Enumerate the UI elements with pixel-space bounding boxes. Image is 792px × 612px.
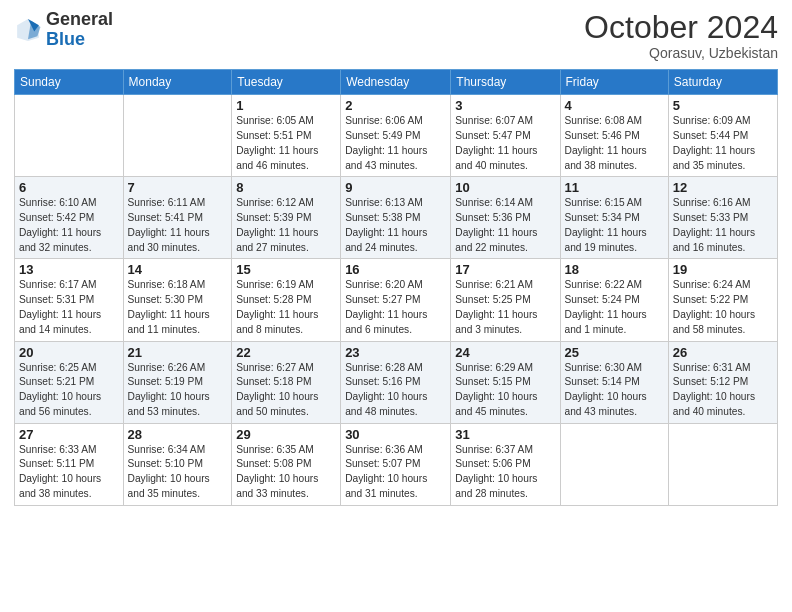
calendar-day-cell: 20Sunrise: 6:25 AMSunset: 5:21 PMDayligh… — [15, 341, 124, 423]
day-number: 6 — [19, 180, 119, 195]
calendar-week-row: 13Sunrise: 6:17 AMSunset: 5:31 PMDayligh… — [15, 259, 778, 341]
day-info: Sunrise: 6:21 AMSunset: 5:25 PMDaylight:… — [455, 278, 555, 337]
day-number: 18 — [565, 262, 664, 277]
day-info: Sunrise: 6:11 AMSunset: 5:41 PMDaylight:… — [128, 196, 228, 255]
day-number: 1 — [236, 98, 336, 113]
calendar-day-cell: 15Sunrise: 6:19 AMSunset: 5:28 PMDayligh… — [232, 259, 341, 341]
calendar-day-cell: 1Sunrise: 6:05 AMSunset: 5:51 PMDaylight… — [232, 95, 341, 177]
calendar-day-cell: 17Sunrise: 6:21 AMSunset: 5:25 PMDayligh… — [451, 259, 560, 341]
day-number: 13 — [19, 262, 119, 277]
day-number: 22 — [236, 345, 336, 360]
day-number: 10 — [455, 180, 555, 195]
day-number: 19 — [673, 262, 773, 277]
calendar-day-cell: 3Sunrise: 6:07 AMSunset: 5:47 PMDaylight… — [451, 95, 560, 177]
day-number: 27 — [19, 427, 119, 442]
calendar-day-cell: 6Sunrise: 6:10 AMSunset: 5:42 PMDaylight… — [15, 177, 124, 259]
calendar-day-cell: 19Sunrise: 6:24 AMSunset: 5:22 PMDayligh… — [668, 259, 777, 341]
day-number: 17 — [455, 262, 555, 277]
calendar-day-cell: 30Sunrise: 6:36 AMSunset: 5:07 PMDayligh… — [341, 423, 451, 505]
day-info: Sunrise: 6:10 AMSunset: 5:42 PMDaylight:… — [19, 196, 119, 255]
calendar-day-cell — [668, 423, 777, 505]
calendar-day-cell: 13Sunrise: 6:17 AMSunset: 5:31 PMDayligh… — [15, 259, 124, 341]
day-info: Sunrise: 6:19 AMSunset: 5:28 PMDaylight:… — [236, 278, 336, 337]
calendar-day-cell: 28Sunrise: 6:34 AMSunset: 5:10 PMDayligh… — [123, 423, 232, 505]
calendar-day-cell: 8Sunrise: 6:12 AMSunset: 5:39 PMDaylight… — [232, 177, 341, 259]
calendar-day-cell: 26Sunrise: 6:31 AMSunset: 5:12 PMDayligh… — [668, 341, 777, 423]
calendar-day-cell: 21Sunrise: 6:26 AMSunset: 5:19 PMDayligh… — [123, 341, 232, 423]
day-number: 12 — [673, 180, 773, 195]
day-info: Sunrise: 6:29 AMSunset: 5:15 PMDaylight:… — [455, 361, 555, 420]
title-block: October 2024 Qorasuv, Uzbekistan — [584, 10, 778, 61]
day-number: 16 — [345, 262, 446, 277]
calendar-day-cell: 29Sunrise: 6:35 AMSunset: 5:08 PMDayligh… — [232, 423, 341, 505]
calendar-day-cell: 31Sunrise: 6:37 AMSunset: 5:06 PMDayligh… — [451, 423, 560, 505]
day-info: Sunrise: 6:22 AMSunset: 5:24 PMDaylight:… — [565, 278, 664, 337]
calendar-week-row: 1Sunrise: 6:05 AMSunset: 5:51 PMDaylight… — [15, 95, 778, 177]
weekday-header-sunday: Sunday — [15, 70, 124, 95]
day-number: 9 — [345, 180, 446, 195]
day-number: 3 — [455, 98, 555, 113]
day-info: Sunrise: 6:14 AMSunset: 5:36 PMDaylight:… — [455, 196, 555, 255]
day-number: 14 — [128, 262, 228, 277]
calendar-day-cell — [15, 95, 124, 177]
weekday-header-row: SundayMondayTuesdayWednesdayThursdayFrid… — [15, 70, 778, 95]
day-number: 4 — [565, 98, 664, 113]
weekday-header-thursday: Thursday — [451, 70, 560, 95]
day-info: Sunrise: 6:24 AMSunset: 5:22 PMDaylight:… — [673, 278, 773, 337]
calendar-day-cell: 24Sunrise: 6:29 AMSunset: 5:15 PMDayligh… — [451, 341, 560, 423]
day-info: Sunrise: 6:35 AMSunset: 5:08 PMDaylight:… — [236, 443, 336, 502]
day-info: Sunrise: 6:08 AMSunset: 5:46 PMDaylight:… — [565, 114, 664, 173]
calendar-table: SundayMondayTuesdayWednesdayThursdayFrid… — [14, 69, 778, 506]
day-number: 28 — [128, 427, 228, 442]
calendar-day-cell: 11Sunrise: 6:15 AMSunset: 5:34 PMDayligh… — [560, 177, 668, 259]
day-info: Sunrise: 6:31 AMSunset: 5:12 PMDaylight:… — [673, 361, 773, 420]
logo-text: General Blue — [46, 10, 113, 50]
day-number: 7 — [128, 180, 228, 195]
calendar-day-cell: 23Sunrise: 6:28 AMSunset: 5:16 PMDayligh… — [341, 341, 451, 423]
calendar-day-cell: 10Sunrise: 6:14 AMSunset: 5:36 PMDayligh… — [451, 177, 560, 259]
weekday-header-saturday: Saturday — [668, 70, 777, 95]
day-number: 11 — [565, 180, 664, 195]
day-number: 26 — [673, 345, 773, 360]
calendar-day-cell — [123, 95, 232, 177]
header: General Blue October 2024 Qorasuv, Uzbek… — [14, 10, 778, 61]
day-info: Sunrise: 6:17 AMSunset: 5:31 PMDaylight:… — [19, 278, 119, 337]
logo-blue: Blue — [46, 29, 85, 49]
day-number: 21 — [128, 345, 228, 360]
day-number: 5 — [673, 98, 773, 113]
day-info: Sunrise: 6:06 AMSunset: 5:49 PMDaylight:… — [345, 114, 446, 173]
day-info: Sunrise: 6:18 AMSunset: 5:30 PMDaylight:… — [128, 278, 228, 337]
calendar-day-cell: 4Sunrise: 6:08 AMSunset: 5:46 PMDaylight… — [560, 95, 668, 177]
day-info: Sunrise: 6:15 AMSunset: 5:34 PMDaylight:… — [565, 196, 664, 255]
calendar-day-cell: 9Sunrise: 6:13 AMSunset: 5:38 PMDaylight… — [341, 177, 451, 259]
day-info: Sunrise: 6:13 AMSunset: 5:38 PMDaylight:… — [345, 196, 446, 255]
day-number: 15 — [236, 262, 336, 277]
calendar-week-row: 20Sunrise: 6:25 AMSunset: 5:21 PMDayligh… — [15, 341, 778, 423]
day-info: Sunrise: 6:09 AMSunset: 5:44 PMDaylight:… — [673, 114, 773, 173]
day-info: Sunrise: 6:30 AMSunset: 5:14 PMDaylight:… — [565, 361, 664, 420]
day-number: 2 — [345, 98, 446, 113]
calendar-day-cell: 14Sunrise: 6:18 AMSunset: 5:30 PMDayligh… — [123, 259, 232, 341]
weekday-header-monday: Monday — [123, 70, 232, 95]
day-info: Sunrise: 6:16 AMSunset: 5:33 PMDaylight:… — [673, 196, 773, 255]
weekday-header-wednesday: Wednesday — [341, 70, 451, 95]
calendar-day-cell: 2Sunrise: 6:06 AMSunset: 5:49 PMDaylight… — [341, 95, 451, 177]
calendar-week-row: 6Sunrise: 6:10 AMSunset: 5:42 PMDaylight… — [15, 177, 778, 259]
day-number: 25 — [565, 345, 664, 360]
calendar-day-cell: 7Sunrise: 6:11 AMSunset: 5:41 PMDaylight… — [123, 177, 232, 259]
logo: General Blue — [14, 10, 113, 50]
logo-icon — [14, 16, 42, 44]
day-info: Sunrise: 6:20 AMSunset: 5:27 PMDaylight:… — [345, 278, 446, 337]
day-info: Sunrise: 6:37 AMSunset: 5:06 PMDaylight:… — [455, 443, 555, 502]
location-subtitle: Qorasuv, Uzbekistan — [584, 45, 778, 61]
calendar-day-cell: 12Sunrise: 6:16 AMSunset: 5:33 PMDayligh… — [668, 177, 777, 259]
calendar-day-cell — [560, 423, 668, 505]
calendar-container: General Blue October 2024 Qorasuv, Uzbek… — [0, 0, 792, 516]
day-info: Sunrise: 6:12 AMSunset: 5:39 PMDaylight:… — [236, 196, 336, 255]
day-number: 20 — [19, 345, 119, 360]
day-info: Sunrise: 6:26 AMSunset: 5:19 PMDaylight:… — [128, 361, 228, 420]
day-number: 29 — [236, 427, 336, 442]
month-title: October 2024 — [584, 10, 778, 45]
day-info: Sunrise: 6:25 AMSunset: 5:21 PMDaylight:… — [19, 361, 119, 420]
day-info: Sunrise: 6:28 AMSunset: 5:16 PMDaylight:… — [345, 361, 446, 420]
